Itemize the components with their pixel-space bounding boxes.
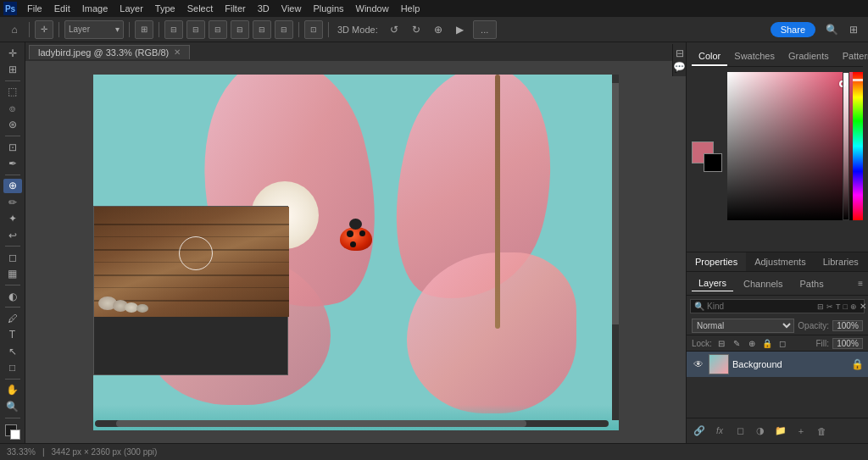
opacity-input[interactable]: [832, 320, 863, 331]
artboard-tool[interactable]: ⊞: [3, 62, 22, 76]
menu-filter[interactable]: Filter: [220, 2, 250, 15]
canvas-container[interactable]: Spot Healing Brush tool J Removes marks …: [25, 61, 686, 443]
move-tool[interactable]: ✛: [3, 46, 22, 60]
zoom-tool[interactable]: 🔍: [3, 399, 22, 413]
tab-patterns[interactable]: Patterns: [836, 47, 868, 66]
add-layer-icon[interactable]: +: [793, 424, 809, 439]
paths-tab[interactable]: Paths: [793, 276, 831, 291]
spot-healing-tool[interactable]: ⊕: [3, 179, 22, 193]
opacity-label: Opacity:: [798, 321, 829, 330]
menu-type[interactable]: Type: [150, 2, 181, 15]
tab-swatches[interactable]: Swatches: [727, 47, 782, 66]
undo-btn[interactable]: ↺: [385, 20, 403, 39]
vertical-scrollbar[interactable]: [612, 75, 619, 420]
layer-visibility-icon[interactable]: 👁: [692, 357, 705, 371]
workspace-btn[interactable]: ⊞: [844, 20, 863, 39]
fx-icon[interactable]: fx: [712, 424, 727, 439]
add-mask-icon[interactable]: ◻: [732, 424, 748, 439]
path-select-tool[interactable]: ↖: [3, 344, 22, 358]
marquee-tool[interactable]: ⬚: [3, 85, 22, 99]
document-tab[interactable]: ladybird.jpeg @ 33.3% (RGB/8) ✕: [29, 45, 190, 59]
filter-adjust-icon[interactable]: ✂: [826, 302, 833, 311]
tab-color[interactable]: Color: [692, 47, 727, 66]
distribute-btn[interactable]: ⊟: [253, 20, 271, 39]
align-left-btn[interactable]: ⊟: [164, 20, 183, 39]
history-brush-tool[interactable]: ↩: [3, 228, 22, 242]
menu-view[interactable]: View: [276, 2, 307, 15]
eyedropper-tool[interactable]: ✒: [3, 156, 22, 170]
search-btn[interactable]: 🔍: [822, 20, 841, 39]
clone-stamp-tool[interactable]: ✦: [3, 211, 22, 225]
type-tool[interactable]: T: [3, 328, 22, 342]
home-btn[interactable]: ⌂: [5, 20, 24, 39]
menu-file[interactable]: File: [22, 2, 47, 15]
redo-btn[interactable]: ↻: [407, 20, 426, 39]
menu-edit[interactable]: Edit: [49, 2, 75, 15]
color-picker[interactable]: [727, 72, 863, 241]
hand-tool[interactable]: ✋: [3, 383, 22, 397]
layer-selector[interactable]: Layer▾: [64, 20, 124, 39]
more-btn[interactable]: ...: [473, 20, 497, 39]
search-close-icon[interactable]: ✕: [860, 302, 866, 311]
menu-select[interactable]: Select: [182, 2, 219, 15]
filter-type-icon[interactable]: T: [836, 302, 841, 311]
lock-all-icon[interactable]: 🔒: [761, 337, 773, 349]
delete-layer-icon[interactable]: 🗑: [814, 424, 829, 439]
video-btn[interactable]: ▶: [451, 20, 470, 39]
align-right-btn[interactable]: ⊟: [209, 20, 227, 39]
group-icon[interactable]: 📁: [773, 424, 788, 439]
filter-smart-icon[interactable]: ⊕: [850, 302, 857, 311]
transform-btn[interactable]: ⊡: [304, 20, 323, 39]
layer-row-background[interactable]: 👁 Background 🔒: [687, 352, 868, 377]
move-tool-btn[interactable]: ✛: [35, 20, 53, 39]
lock-position-icon[interactable]: ✎: [731, 337, 743, 349]
panel-icon-2[interactable]: 💬: [674, 61, 686, 73]
grid-btn[interactable]: ⊞: [135, 20, 153, 39]
background-swatch[interactable]: [704, 153, 722, 172]
color-gradient-field[interactable]: [727, 72, 859, 220]
blend-mode-select[interactable]: Normal: [692, 319, 794, 333]
menu-layer[interactable]: Layer: [114, 2, 148, 15]
menu-window[interactable]: Window: [351, 2, 394, 15]
tab-properties[interactable]: Properties: [687, 252, 746, 271]
filter-pixel-icon[interactable]: ⊟: [817, 302, 824, 311]
shape-tool[interactable]: □: [3, 360, 22, 374]
extras-btn[interactable]: ⊕: [429, 20, 448, 39]
lasso-tool[interactable]: ⌾: [3, 101, 22, 115]
layer-search-input[interactable]: [707, 302, 815, 311]
align-top-btn[interactable]: ⊟: [231, 20, 249, 39]
link-layers-icon[interactable]: 🔗: [692, 424, 707, 439]
panel-icon-1[interactable]: ⊟: [674, 47, 686, 59]
tab-adjustments[interactable]: Adjustments: [746, 252, 815, 271]
align-bottom-btn[interactable]: ⊟: [275, 20, 293, 39]
menu-image[interactable]: Image: [77, 2, 114, 15]
lock-vector-icon[interactable]: ◻: [776, 337, 788, 349]
foreground-background-colors[interactable]: [3, 423, 22, 437]
tab-close-btn[interactable]: ✕: [174, 47, 181, 57]
layers-tab[interactable]: Layers: [692, 275, 733, 291]
gradient-tool[interactable]: ▦: [3, 267, 22, 281]
brush-tool[interactable]: ✏: [3, 195, 22, 209]
menu-3d[interactable]: 3D: [253, 2, 275, 15]
menu-help[interactable]: Help: [396, 2, 426, 15]
quick-select-tool[interactable]: ⊛: [3, 118, 22, 132]
lock-pixels-icon[interactable]: ⊟: [715, 337, 727, 349]
pen-tool[interactable]: 🖊: [3, 311, 22, 325]
adjustment-icon[interactable]: ◑: [753, 424, 768, 439]
fill-input[interactable]: [832, 338, 863, 349]
tab-gradients[interactable]: Gradients: [782, 47, 836, 66]
align-center-btn[interactable]: ⊟: [186, 20, 205, 39]
horizontal-scrollbar[interactable]: [95, 420, 609, 427]
layers-menu-btn[interactable]: ≡: [858, 279, 863, 288]
dodge-tool[interactable]: ◐: [3, 289, 22, 303]
opacity-slider[interactable]: [843, 72, 849, 220]
hue-slider[interactable]: [853, 72, 863, 220]
menu-plugins[interactable]: Plugins: [308, 2, 348, 15]
crop-tool[interactable]: ⊡: [3, 140, 22, 154]
lock-artboard-icon[interactable]: ⊕: [746, 337, 758, 349]
tab-libraries[interactable]: Libraries: [815, 252, 867, 271]
eraser-tool[interactable]: ◻: [3, 250, 22, 264]
share-button[interactable]: Share: [771, 22, 815, 37]
filter-shape-icon[interactable]: □: [843, 302, 848, 311]
channels-tab[interactable]: Channels: [737, 276, 789, 291]
